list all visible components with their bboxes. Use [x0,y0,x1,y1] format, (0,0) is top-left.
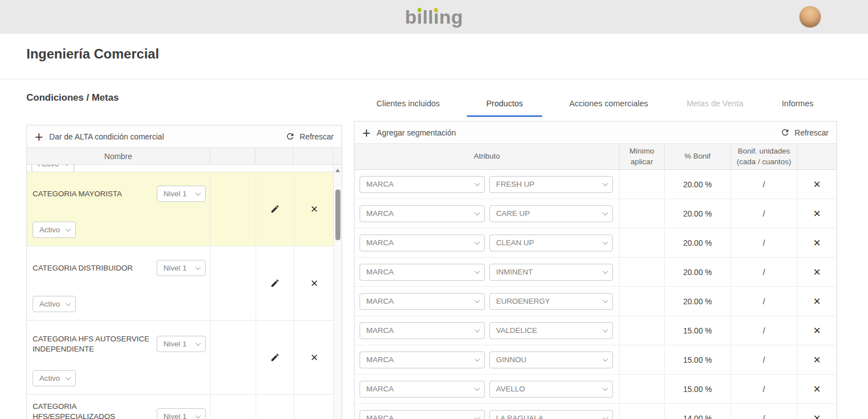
bonif-percent: 20.00 % [665,228,731,257]
attribute-select[interactable]: MARCA [360,293,485,310]
attribute-select[interactable]: MARCA [360,352,485,368]
tab-productos[interactable]: Productos [467,94,542,117]
segmentation-row: MARCA EUROENERGY 20.00 % / × [355,287,837,316]
attribute-value-select[interactable]: GINNOU [489,352,613,368]
attribute-select[interactable]: MARCA [360,264,485,281]
delete-button[interactable]: × [311,203,318,215]
bonif-units: / [731,375,797,403]
delete-button[interactable]: × [814,354,821,366]
segmentation-row: MARCA GINNOU 15.00 % / × [355,345,837,375]
refresh-label: Refrescar [794,128,829,137]
attribute-value-select[interactable]: VALDELICE [489,322,613,339]
tab-metas-de-venta[interactable]: Metas de Venta [675,94,755,117]
condition-row[interactable]: CATEGORIA MAYORISTA Nivel 1 Activo × [27,172,334,246]
add-segmentation-button[interactable]: + Agregar segmentación [362,127,456,138]
scrollbar-thumb[interactable] [335,190,340,240]
select-value: Activo [38,165,59,168]
bonif-percent: 14.00 % [665,404,731,419]
select-value: CLEAN UP [496,238,534,247]
edit-button[interactable] [270,353,280,362]
edit-button[interactable] [270,278,280,288]
attribute-value-select[interactable]: EUROENERGY [489,293,613,310]
attribute-value-select[interactable]: CARE UP [489,205,613,222]
select-value: MARCA [366,414,394,419]
level-select[interactable]: Nivel 1 [157,408,206,419]
status-select[interactable]: Activo [33,296,76,312]
bonif-percent: 15.00 % [665,375,731,403]
delete-button[interactable]: × [311,277,318,290]
delete-button[interactable]: × [814,325,821,337]
attribute-value-select[interactable]: FRESH UP [489,176,613,193]
bonif-units: / [731,258,797,286]
delete-button[interactable]: × [814,178,821,191]
attribute-select[interactable]: MARCA [360,322,485,339]
segmentation-refresh-button[interactable]: Refrescar [780,128,829,137]
select-value: MARCA [366,385,394,393]
delete-button[interactable]: × [814,237,821,249]
select-value: MARCA [366,209,394,218]
min-apply-cell [620,287,665,316]
delete-button[interactable]: × [814,266,821,278]
edit-button[interactable] [270,204,280,214]
min-apply-cell [620,316,665,345]
attribute-select[interactable]: MARCA [360,205,485,222]
segmentation-toolbar: + Agregar segmentación Refrescar [355,121,837,144]
user-avatar[interactable] [799,6,821,28]
level-select[interactable]: Nivel 1 [157,260,206,276]
attribute-value-select[interactable]: CLEAN UP [489,235,613,251]
bonif-units: / [731,345,797,374]
tab-bar: Clientes incluidos Productos Acciones co… [365,94,825,117]
segmentation-row: MARCA FRESH UP 20.00 % / × [355,170,837,199]
column-header-nombre: Nombre [27,148,210,164]
chevron-down-icon [475,415,480,419]
segmentation-row: MARCA CLEAN UP 20.00 % / × [355,228,837,258]
add-condition-button[interactable]: + Dar de ALTA condición comercial [35,131,164,142]
plus-icon: + [362,127,371,138]
chevron-down-icon [603,415,608,419]
chevron-down-icon [603,327,608,332]
condition-row[interactable]: CATEGORIA HFS/ESPECIALIZADOS ALMACEN- Ni… [27,395,334,419]
attribute-value-select[interactable]: AVELLO [489,381,613,398]
level-select[interactable]: Nivel 1 [157,186,206,202]
scroll-up-icon[interactable] [335,169,340,172]
status-select[interactable]: Activo [33,222,76,238]
attribute-select[interactable]: MARCA [360,410,485,419]
tab-informes[interactable]: Informes [771,94,825,117]
chevron-down-icon [66,300,71,306]
delete-button[interactable]: × [814,412,821,419]
column-header-atributo: Atributo [355,144,620,169]
attribute-value-select[interactable]: INMINENT [489,264,613,281]
level-select[interactable]: Nivel 1 [157,336,206,352]
add-condition-label: Dar de ALTA condición comercial [49,132,164,141]
delete-button[interactable]: × [814,208,821,220]
page-title: Ingeniería Comercial [26,46,159,62]
vertical-scrollbar[interactable] [333,165,342,419]
select-value: MARCA [366,180,394,188]
min-apply-cell [620,258,665,286]
app-logo: billing [405,6,463,28]
tab-acciones-comerciales[interactable]: Acciones comerciales [558,94,659,117]
condition-row[interactable]: CATEGORIA DISTRIBUIDOR Nivel 1 Activo × [27,246,334,321]
select-value: MARCA [366,326,394,335]
attribute-select[interactable]: MARCA [360,176,485,193]
select-value: VALDELICE [496,326,537,335]
status-select[interactable]: Activo [31,165,74,172]
attribute-select[interactable]: MARCA [360,381,485,398]
delete-button[interactable]: × [814,383,821,395]
chevron-down-icon [603,210,608,215]
logo-dot-yellow-icon [434,8,438,12]
tab-clientes-incluidos[interactable]: Clientes incluidos [365,94,451,117]
chevron-down-icon [196,340,201,346]
column-header-empty [210,148,256,164]
conditions-refresh-button[interactable]: Refrescar [285,132,334,141]
delete-button[interactable]: × [311,352,318,364]
attribute-value-select[interactable]: LA RAGUALA [489,410,613,419]
delete-button[interactable]: × [814,295,821,308]
section-title: Condiciones / Metas [26,92,119,103]
select-value: Activo [39,300,60,308]
min-apply-cell [620,404,665,419]
attribute-select[interactable]: MARCA [360,235,485,251]
status-select[interactable]: Activo [33,370,76,386]
condition-row[interactable]: CATEGORIA HFS AUTOSERVICE INDEPENDIENTE … [27,321,334,395]
select-value: Activo [39,226,60,234]
